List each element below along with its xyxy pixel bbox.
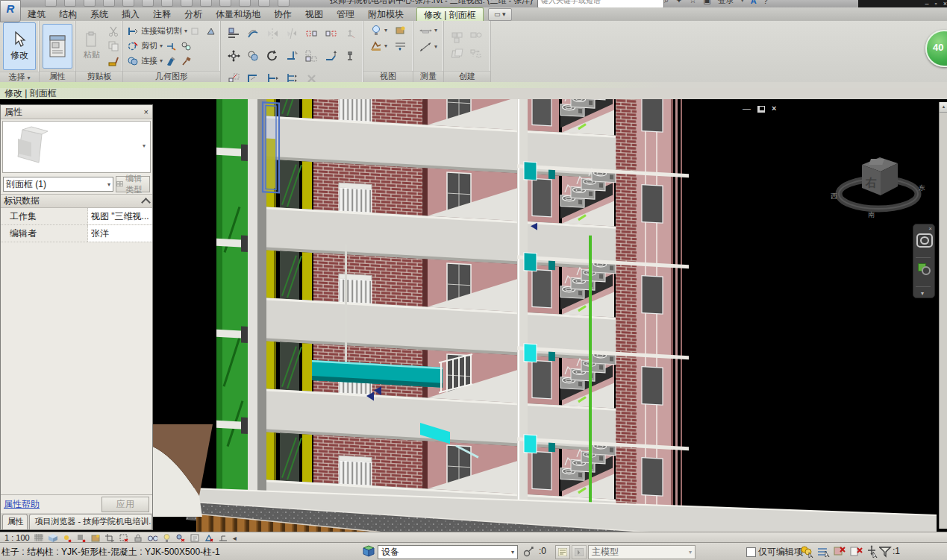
create-parts-icon[interactable] [451, 48, 464, 60]
create-group-icon[interactable] [451, 31, 464, 44]
modify-button[interactable]: 修改 [3, 22, 36, 70]
section-icon[interactable] [219, 0, 231, 7]
vertical-scrollbar[interactable]: ▴ [939, 102, 947, 529]
view-restore-icon[interactable] [757, 106, 765, 113]
array-icon[interactable] [305, 50, 318, 63]
preview-dropdown-icon[interactable]: ▾ [139, 139, 149, 153]
crop-view-icon[interactable] [105, 534, 115, 542]
unjoin-icon[interactable] [180, 40, 193, 52]
drawing-area[interactable]: 西 南 东 右 属性 × ▾ 剖面框 (1) ▾ [0, 99, 947, 542]
cut-geometry-alt-icon[interactable] [190, 25, 202, 37]
workset-value[interactable]: 视图 "三维视... [88, 208, 152, 224]
tab-insert[interactable]: 插入 [115, 7, 146, 21]
tab-structure[interactable]: 结构 [52, 7, 84, 21]
tab-architecture[interactable]: 建筑 [21, 7, 52, 21]
split-element-icon[interactable] [305, 28, 318, 40]
filter-icon[interactable] [879, 545, 893, 559]
switch-windows-icon[interactable] [278, 0, 290, 7]
steering-wheel-button[interactable] [916, 233, 933, 248]
analytical-model-icon[interactable] [204, 534, 214, 542]
dimension-icon[interactable] [161, 0, 173, 7]
design-options-button[interactable] [555, 545, 570, 559]
identity-data-header[interactable]: 标识数据 [1, 194, 152, 208]
panel-select-label[interactable]: 选择 ▾ [0, 72, 39, 83]
sync-icon[interactable] [84, 0, 96, 7]
temporary-hide-icon[interactable] [148, 534, 157, 542]
apply-button[interactable]: 应用 [101, 497, 149, 512]
shadows-icon[interactable] [77, 534, 87, 542]
mirror-pick-axis-icon[interactable] [266, 28, 279, 40]
copy-icon[interactable] [107, 40, 119, 52]
edit-type-button[interactable]: 编辑类型 [116, 176, 150, 192]
quick-access-toolbar[interactable] [45, 0, 290, 7]
type-selector-dropdown[interactable]: 剖面框 (1) ▾ [3, 177, 113, 192]
tab-collaborate[interactable]: 协作 [267, 7, 299, 21]
property-row-edited-by[interactable]: 编辑者 张洋 [1, 225, 152, 242]
properties-palette-titlebar[interactable]: 属性 × [1, 105, 152, 119]
navbar-expand-icon[interactable]: ▾ [921, 290, 924, 297]
lock-view-icon[interactable] [134, 534, 143, 542]
tab-manage[interactable]: 管理 [330, 7, 361, 21]
cut-icon[interactable] [107, 25, 119, 37]
help-icon[interactable]: ? [763, 0, 768, 5]
rendering-dialog-icon[interactable] [91, 534, 101, 542]
navbar-close-icon[interactable]: × [928, 225, 932, 232]
pin-icon[interactable] [344, 50, 357, 63]
thin-lines-icon[interactable] [394, 40, 407, 52]
properties-button[interactable] [43, 24, 72, 69]
window-buttons-strip[interactable]: – ▫ × [858, 0, 947, 7]
properties-help-link[interactable]: 属性帮助 [4, 498, 40, 511]
tab-massing-site[interactable]: 体量和场地 [209, 7, 267, 21]
detail-level-icon[interactable] [34, 534, 44, 542]
type-preview[interactable]: ▾ [2, 121, 151, 173]
view-close-icon[interactable]: × [772, 104, 776, 113]
panel-create-label[interactable]: 创建 [444, 71, 490, 82]
exchange-icon[interactable]: ✦ [675, 0, 682, 5]
edited-by-value[interactable]: 张洋 [88, 225, 152, 242]
tab-analyze[interactable]: 分析 [178, 7, 209, 21]
panel-properties-label[interactable]: 属性 [40, 71, 75, 82]
render-icon[interactable] [394, 24, 407, 37]
demolish-icon[interactable] [180, 54, 193, 67]
window-restore-icon[interactable]: ▫ [935, 0, 937, 7]
split-with-gap-icon[interactable] [325, 28, 337, 40]
design-option-dropdown[interactable]: 主模型 ▾ [588, 545, 696, 559]
window-minimize-icon[interactable]: – [925, 0, 929, 7]
measure-tool-icon[interactable] [419, 24, 432, 37]
align-offset-icon[interactable] [325, 50, 337, 63]
tab-properties-palette[interactable]: 属性 [2, 514, 28, 529]
drag-elements-icon[interactable] [866, 545, 879, 559]
select-elements-icon[interactable] [817, 545, 831, 559]
property-row-workset[interactable]: 工作集 视图 "三维视... [1, 208, 152, 225]
align-icon[interactable] [228, 28, 240, 40]
vcb-collapse-icon[interactable]: ◂ [233, 534, 237, 542]
collapse-chevron-icon[interactable] [141, 198, 151, 207]
temporary-view-properties-icon[interactable] [190, 534, 200, 542]
text-icon[interactable] [181, 0, 193, 7]
reveal-hidden-elements-icon[interactable] [162, 534, 172, 542]
create-assembly-icon[interactable] [470, 48, 483, 60]
panel-geometry-label[interactable]: 几何图形 [123, 71, 220, 82]
paste-button[interactable]: 粘贴 [79, 23, 104, 69]
panel-measure-label[interactable]: 测量 [413, 71, 443, 82]
cope-button[interactable]: 连接端切割▾ [126, 25, 217, 37]
deselect-icon[interactable] [834, 545, 847, 559]
editable-only-checkbox[interactable] [746, 547, 756, 557]
window-close-icon[interactable]: × [943, 0, 947, 7]
ribbon-display-toggle[interactable]: ▭ ▾ [488, 8, 512, 21]
paint-icon[interactable] [165, 54, 178, 67]
beam-joins-icon[interactable] [165, 40, 178, 52]
tab-modify-section-box[interactable]: 修改 | 剖面框 [416, 7, 484, 22]
redo-icon[interactable] [122, 0, 134, 7]
panel-clipboard-label[interactable]: 剪贴板 [76, 71, 122, 82]
design-options-pick-button[interactable] [572, 545, 587, 559]
reveal-hidden-icon[interactable] [369, 24, 382, 37]
visual-style-icon[interactable] [49, 534, 58, 542]
sign-in-caret-icon[interactable]: ▾ [741, 0, 744, 4]
worksharing-display-icon[interactable] [176, 534, 186, 542]
editing-requests-icon[interactable] [522, 546, 535, 558]
building-model[interactable] [216, 99, 689, 532]
3d-view-icon[interactable] [200, 0, 212, 7]
rotate-icon[interactable] [266, 50, 279, 63]
active-workset-dropdown[interactable]: 设备 ▾ [378, 545, 518, 559]
